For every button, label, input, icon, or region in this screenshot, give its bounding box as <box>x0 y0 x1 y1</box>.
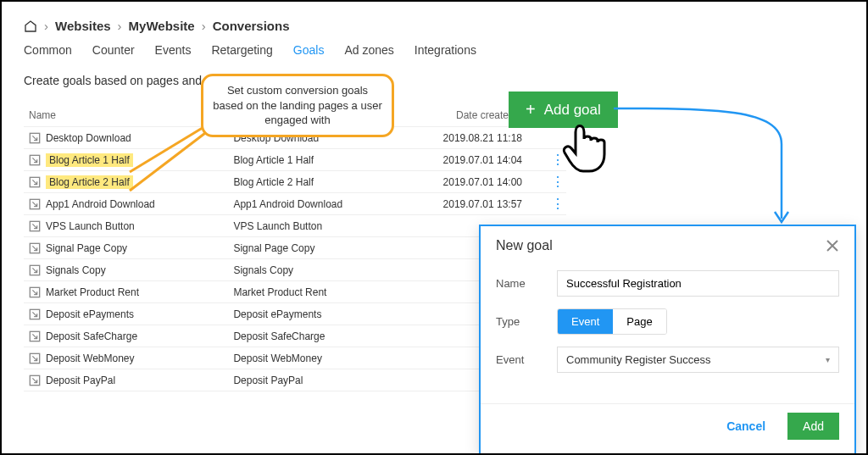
row-name: VPS Launch Button <box>46 220 135 232</box>
breadcrumb-item[interactable]: Websites <box>55 19 111 33</box>
goal-icon <box>29 176 41 188</box>
row-name: Deposit ePayments <box>46 308 134 320</box>
cancel-button[interactable]: Cancel <box>715 413 777 440</box>
row-name: Signal Page Copy <box>46 242 127 254</box>
row-description: VPS Launch Button <box>233 220 442 232</box>
callout-bubble: Set custom conversion goals based on the… <box>201 74 394 137</box>
row-name: Deposit WebMoney <box>46 352 135 364</box>
type-toggle: Event Page <box>557 308 667 335</box>
row-name: Signals Copy <box>46 264 106 276</box>
tab-retargeting[interactable]: Retargeting <box>211 43 272 57</box>
row-description: Blog Article 2 Half <box>233 176 442 188</box>
row-description: Deposit SafeCharge <box>233 330 442 342</box>
tab-counter[interactable]: Counter <box>92 43 135 57</box>
breadcrumb-separator: › <box>202 19 206 33</box>
page-description: Create goals based on pages and events t… <box>24 74 844 87</box>
chevron-down-icon: ▾ <box>826 355 830 364</box>
add-button[interactable]: Add <box>787 413 839 440</box>
row-description: Deposit WebMoney <box>233 352 442 364</box>
callout-text: Set custom conversion goals based on the… <box>213 84 382 126</box>
type-option-page[interactable]: Page <box>613 309 665 334</box>
breadcrumb-separator: › <box>118 19 122 33</box>
row-description: Deposit ePayments <box>233 308 442 320</box>
table-row[interactable]: Blog Article 2 HalfBlog Article 2 Half20… <box>24 171 566 193</box>
type-option-event[interactable]: Event <box>558 309 613 334</box>
dialog-title: New goal <box>496 238 553 253</box>
tab-ad-zones[interactable]: Ad zones <box>344 43 393 57</box>
breadcrumb-item[interactable]: Conversions <box>213 19 290 33</box>
name-input[interactable] <box>557 270 839 297</box>
goal-icon <box>29 286 41 298</box>
tabs: CommonCounterEventsRetargetingGoalsAd zo… <box>24 43 844 57</box>
event-select[interactable]: Community Register Success ▾ <box>557 347 839 373</box>
name-label: Name <box>496 277 557 290</box>
row-name: Desktop Download <box>46 132 131 144</box>
row-description: Signal Page Copy <box>233 242 442 254</box>
tab-integrations[interactable]: Integrations <box>415 43 476 57</box>
row-actions-menu[interactable]: ⋮ <box>550 152 566 168</box>
row-actions-menu[interactable]: ⋮ <box>550 196 566 212</box>
table-row[interactable]: App1 Android DownloadApp1 Android Downlo… <box>24 193 566 215</box>
event-label: Event <box>496 353 557 366</box>
goal-icon <box>29 132 41 144</box>
breadcrumb-separator: › <box>44 19 48 33</box>
goal-icon <box>29 198 41 210</box>
row-name: Blog Article 1 Half <box>46 153 133 167</box>
tab-common[interactable]: Common <box>24 43 72 57</box>
row-description: Market Product Rent <box>233 286 442 298</box>
row-name: Blog Article 2 Half <box>46 175 133 189</box>
add-goal-button[interactable]: + Add goal <box>509 92 618 128</box>
row-date: 2019.08.21 11:18 <box>443 132 550 144</box>
arrow-connector-icon <box>612 93 790 237</box>
goal-icon <box>29 352 41 364</box>
row-name: Market Product Rent <box>46 286 139 298</box>
goal-icon <box>29 220 41 232</box>
goal-icon <box>29 308 41 320</box>
type-label: Type <box>496 315 557 328</box>
row-name: Deposit PayPal <box>46 375 115 386</box>
table-row[interactable]: Blog Article 1 HalfBlog Article 1 Half20… <box>24 149 566 171</box>
breadcrumb: › Websites › MyWebsite › Conversions <box>24 19 844 33</box>
tab-goals[interactable]: Goals <box>293 43 325 57</box>
goal-icon <box>29 242 41 254</box>
row-description: Deposit PayPal <box>233 375 442 386</box>
row-description: Blog Article 1 Half <box>233 154 442 166</box>
row-date: 2019.07.01 14:04 <box>443 154 550 166</box>
row-date: 2019.07.01 13:57 <box>443 198 550 210</box>
row-description: Signals Copy <box>233 264 442 276</box>
goal-icon <box>29 330 41 342</box>
row-date: 2019.07.01 14:00 <box>443 176 550 188</box>
add-goal-label: Add goal <box>544 102 601 119</box>
breadcrumb-item[interactable]: MyWebsite <box>129 19 195 33</box>
new-goal-dialog: New goal Name Type Event Page Event Comm… <box>479 225 856 455</box>
row-name: App1 Android Download <box>46 198 155 210</box>
goal-icon <box>29 375 41 386</box>
plus-icon: + <box>526 100 536 119</box>
row-actions-menu[interactable]: ⋮ <box>550 174 566 190</box>
event-select-value: Community Register Success <box>566 353 711 366</box>
tab-events[interactable]: Events <box>155 43 192 57</box>
close-icon[interactable] <box>826 239 839 252</box>
goal-icon <box>29 154 41 166</box>
row-name: Deposit SafeCharge <box>46 330 137 342</box>
row-description: App1 Android Download <box>233 198 442 210</box>
goal-icon <box>29 264 41 276</box>
home-icon[interactable] <box>24 19 37 33</box>
